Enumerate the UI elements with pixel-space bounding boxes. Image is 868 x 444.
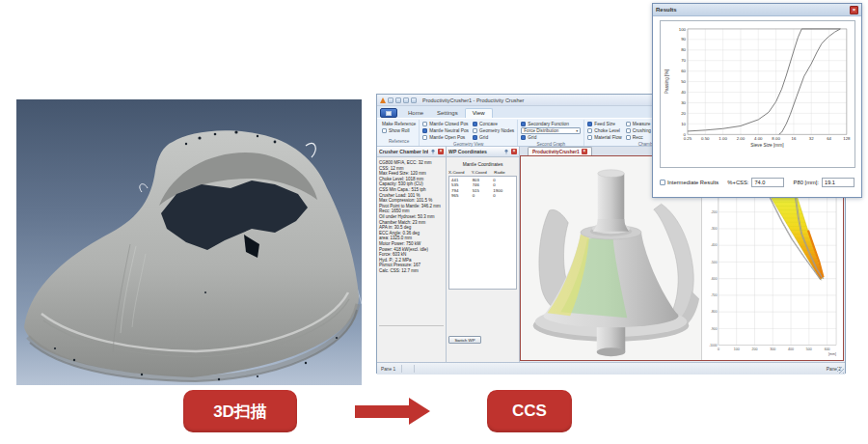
svg-text:4.00: 4.00 — [754, 136, 763, 141]
dropdown-force-distribution[interactable]: Force Distribution▾ — [521, 127, 581, 134]
checkbox-box[interactable] — [382, 128, 387, 133]
results-popup-titlebar[interactable]: Results × — [653, 4, 861, 16]
switch-wp-button[interactable]: Switch WP — [448, 336, 481, 344]
checkbox-box[interactable] — [626, 128, 631, 133]
close-icon[interactable]: × — [438, 149, 444, 154]
checkbox-label: Material Flow — [594, 135, 622, 140]
quick-access-icon-1[interactable] — [388, 97, 393, 103]
checkbox-box[interactable] — [626, 122, 631, 126]
svg-text:100: 100 — [679, 27, 687, 32]
svg-text:60: 60 — [681, 69, 686, 73]
checkbox-box[interactable] — [587, 135, 592, 140]
svg-text:-1000: -1000 — [709, 344, 717, 347]
checkbox-box[interactable] — [473, 122, 477, 126]
ribbon-tab-home[interactable]: Home — [401, 109, 430, 118]
checkbox-grid[interactable]: Grid — [473, 134, 514, 141]
p80-value-field[interactable]: 19.1 — [822, 178, 854, 187]
checkbox-choke-level[interactable]: Choke Level — [587, 127, 622, 134]
svg-text:0.50: 0.50 — [701, 136, 710, 141]
status-bar: Pane 1 Pane 2 — [377, 362, 845, 375]
file-menu-button[interactable] — [380, 108, 397, 118]
info-panel-title: Crusher Chamber Info. — [379, 149, 428, 154]
3d-scan-image — [16, 99, 362, 385]
results-popup-footer: Intermediate Results %+CSS: 74.0 P80 [mm… — [660, 175, 854, 190]
file-menu-icon — [386, 111, 392, 116]
crusher-chamber-info-panel: Crusher Chamber Info. × CG800 MF/A, ECC:… — [377, 147, 447, 362]
close-icon[interactable]: × — [850, 6, 858, 14]
svg-text:Passing [%]: Passing [%] — [665, 69, 669, 94]
ribbon-group-caption: Reference — [382, 138, 416, 146]
checkbox-mantle-open-pos[interactable]: Mantle Open Pos — [422, 134, 469, 141]
ribbon-group-geometry-view: Mantle Closed PosMantle Neutral PosMantl… — [420, 120, 518, 146]
svg-text:16: 16 — [791, 136, 796, 141]
checkbox-secondary-function[interactable]: Secondary Function — [521, 121, 581, 127]
close-icon[interactable]: × — [582, 149, 587, 154]
checkbox-box[interactable] — [587, 128, 592, 133]
info-divider — [379, 325, 444, 326]
checkbox-geometry-nodes[interactable]: Geometry Nodes — [473, 127, 514, 134]
checkbox-box[interactable] — [422, 128, 427, 133]
status-separator — [414, 365, 415, 373]
ribbon-tabs: HomeSettingsView — [401, 108, 493, 118]
p80-label: P80 [mm]: — [794, 180, 819, 185]
button-label: Make Reference — [382, 122, 416, 126]
psd-chart-frame: 0.250.501.002.004.008.001632641280102030… — [660, 20, 855, 168]
quick-access-icon-3[interactable] — [403, 97, 409, 103]
checkbox-show-roll[interactable]: Show Roll — [382, 127, 416, 134]
checkbox-box[interactable] — [587, 122, 592, 126]
checkbox-label: Measure — [633, 122, 651, 126]
checkbox-label: Geometry Nodes — [479, 128, 514, 133]
quick-access-icon-2[interactable] — [395, 97, 401, 103]
close-icon[interactable]: × — [511, 149, 517, 154]
checkbox-grid[interactable]: Grid — [521, 134, 581, 141]
pin-icon[interactable] — [430, 149, 436, 154]
intermediate-results-checkbox[interactable] — [660, 180, 665, 185]
wp-column-header: Y-Coord — [472, 170, 495, 175]
results-popup: Results × 0.250.501.002.004.008.00163264… — [652, 3, 862, 198]
svg-text:70: 70 — [681, 58, 686, 63]
checkbox-box[interactable] — [473, 135, 477, 140]
checkbox-box[interactable] — [422, 122, 427, 126]
svg-text:-700: -700 — [711, 294, 718, 298]
ribbon-tab-settings[interactable]: Settings — [430, 109, 465, 118]
document-tab-label: ProductivityCrusher1 — [532, 150, 580, 154]
info-lines: CG800 MF/A, ECC: 32 mmCSS: 12 mmMax Feed… — [379, 160, 444, 273]
wp-row[interactable]: 96500 — [451, 193, 514, 198]
svg-text:200: 200 — [751, 347, 757, 351]
quick-access-icon-4[interactable] — [411, 97, 417, 103]
svg-text:500: 500 — [806, 347, 812, 351]
checkbox-label: Recc — [633, 135, 643, 140]
checkbox-mantle-neutral-pos[interactable]: Mantle Neutral Pos — [422, 127, 469, 134]
info-panel-header[interactable]: Crusher Chamber Info. × — [377, 147, 446, 157]
checkbox-concave[interactable]: Concave — [473, 121, 514, 127]
document-tab[interactable]: ProductivityCrusher1 × — [528, 147, 592, 155]
checkbox-box[interactable] — [422, 135, 427, 140]
flow-arrow-icon — [353, 392, 432, 430]
svg-text:-900: -900 — [711, 327, 718, 331]
svg-text:600: 600 — [825, 347, 830, 351]
results-popup-title: Results — [656, 7, 850, 13]
checkbox-box[interactable] — [521, 135, 526, 140]
wp-panel-header[interactable]: WP Coordinates × — [447, 147, 519, 157]
checkbox-box[interactable] — [473, 128, 477, 133]
status-separator — [401, 365, 402, 373]
svg-text:-800: -800 — [711, 311, 718, 315]
svg-text:32: 32 — [809, 136, 814, 141]
pin-icon[interactable] — [503, 149, 509, 154]
checkbox-mantle-closed-pos[interactable]: Mantle Closed Pos — [422, 121, 469, 127]
dropdown-box[interactable]: Force Distribution▾ — [521, 127, 581, 134]
checkbox-material-flow[interactable]: Material Flow — [587, 134, 622, 141]
resize-grip[interactable] — [837, 367, 844, 374]
wp-panel-body: Mantle Coordinates X-CoordY-CoordRadie 4… — [447, 157, 519, 362]
checkbox-label: Show Roll — [389, 128, 410, 133]
checkbox-feed-size[interactable]: Feed Size — [587, 121, 622, 127]
wp-table[interactable]: 44180305357460794515190096500 — [448, 176, 517, 290]
css-value-field[interactable]: 74.0 — [751, 178, 784, 187]
checkbox-box[interactable] — [626, 135, 631, 140]
svg-text:128: 128 — [843, 136, 851, 141]
dropdown-value: Force Distribution — [524, 128, 558, 133]
checkbox-box[interactable] — [521, 122, 526, 126]
svg-text:30: 30 — [681, 100, 686, 105]
ribbon-tab-view[interactable]: View — [465, 108, 493, 118]
button-make-reference[interactable]: Make Reference — [382, 121, 416, 127]
